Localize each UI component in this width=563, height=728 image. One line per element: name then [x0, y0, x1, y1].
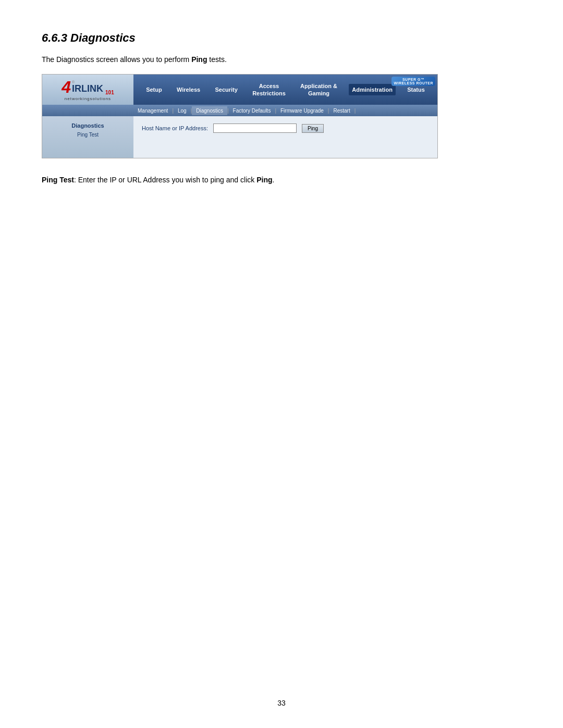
logo-networking: networkingsolutions	[65, 96, 111, 101]
nav-setup[interactable]: Setup	[143, 84, 165, 95]
subnav-restart[interactable]: Restart	[329, 106, 354, 115]
description-ping-test-label: Ping Test	[42, 176, 74, 184]
router-ui-screenshot: 4 ® IRLINK 101 networkingsolutions Setup…	[42, 74, 438, 158]
ping-button[interactable]: Ping	[302, 124, 324, 133]
logo-airlink: 4 ® IRLINK 101	[62, 79, 114, 95]
section-title: 6.6.3 Diagnostics	[42, 31, 521, 45]
logo-irlink: IRLINK	[72, 84, 103, 93]
intro-bold: Ping	[191, 55, 207, 64]
router-body: Diagnostics Ping Test Host Name or IP Ad…	[42, 116, 437, 158]
logo-4: 4	[62, 79, 71, 95]
nav-application-gaming[interactable]: Application &Gaming	[297, 80, 340, 100]
subnav-management[interactable]: Management	[133, 106, 172, 115]
super-g-badge: SUPER G™ WIRELESS ROUTER	[391, 77, 435, 86]
subnav-factory-defaults[interactable]: Factory Defaults	[229, 106, 275, 115]
router-sidebar: Diagnostics Ping Test	[42, 116, 133, 158]
nav-access-restrictions[interactable]: AccessRestrictions	[249, 80, 289, 100]
sidebar-section-diagnostics: Diagnostics	[42, 120, 133, 131]
logo-101: 101	[105, 90, 114, 95]
page-number: 33	[277, 699, 286, 707]
intro-text-plain: The Diagnostics screen allows you to per…	[42, 55, 191, 64]
sidebar-item-ping-test[interactable]: Ping Test	[42, 131, 133, 139]
intro-text-end: tests.	[207, 55, 226, 64]
nav-security[interactable]: Security	[212, 84, 240, 95]
ping-host-input[interactable]	[213, 124, 297, 133]
nav-wireless[interactable]: Wireless	[174, 84, 203, 95]
nav-administration[interactable]: Administration	[349, 84, 396, 95]
description-end: .	[273, 176, 275, 184]
super-g-line2: WIRELESS ROUTER	[394, 81, 433, 85]
super-g-line1: SUPER G™	[394, 78, 433, 81]
intro-text: The Diagnostics screen allows you to per…	[42, 55, 521, 64]
ping-test-row: Host Name or IP Address: Ping	[142, 124, 429, 133]
subnav-log[interactable]: Log	[174, 106, 191, 115]
ping-host-label: Host Name or IP Address:	[142, 125, 208, 131]
subnav-diagnostics[interactable]: Diagnostics	[192, 106, 227, 115]
description-ping-bold: Ping	[256, 176, 272, 184]
description-text: Ping Test: Enter the IP or URL Address y…	[42, 174, 521, 186]
page-content: 6.6.3 Diagnostics The Diagnostics screen…	[0, 0, 563, 217]
router-logo-area: 4 ® IRLINK 101 networkingsolutions	[42, 75, 133, 105]
description-text-body: : Enter the IP or URL Address you wish t…	[74, 176, 256, 184]
router-main: Host Name or IP Address: Ping	[133, 116, 437, 158]
router-subnav: Management | Log | Diagnostics | Factory…	[42, 105, 437, 116]
router-topbar: 4 ® IRLINK 101 networkingsolutions Setup…	[42, 75, 437, 105]
subnav-firmware-upgrade[interactable]: Firmware Upgrade	[276, 106, 328, 115]
